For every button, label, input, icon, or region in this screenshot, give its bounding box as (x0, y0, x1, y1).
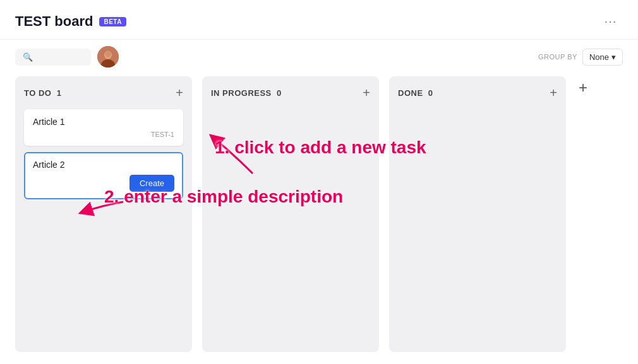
toolbar: 🔍 GROUP BY None ▾ (0, 40, 638, 76)
column-title-done: DONE 0 (398, 88, 433, 98)
group-by-select[interactable]: None ▾ (582, 49, 623, 66)
column-todo: TO DO 1 + Article 1 TEST-1 Create (15, 76, 192, 352)
header-left: TEST board BETA (15, 13, 126, 30)
column-in-progress: IN PROGRESS 0 + (202, 76, 379, 352)
create-button[interactable]: Create (129, 175, 174, 192)
group-by-value: None (589, 52, 609, 62)
toolbar-left: 🔍 (15, 46, 119, 68)
board-title: TEST board (15, 13, 93, 30)
card-title: Article 1 (33, 117, 174, 127)
avatar[interactable] (97, 46, 119, 68)
table-row[interactable]: Article 1 TEST-1 (24, 109, 183, 146)
header: TEST board BETA ⋯ (0, 0, 638, 40)
more-options-button[interactable]: ⋯ (599, 11, 623, 32)
chevron-down-icon: ▾ (611, 52, 616, 62)
svg-point-3 (105, 51, 111, 57)
card-id: TEST-1 (33, 131, 174, 138)
add-column-button[interactable]: + (579, 76, 587, 352)
add-task-button-done[interactable]: + (550, 86, 557, 99)
add-task-button-todo[interactable]: + (176, 86, 183, 99)
beta-badge: BETA (99, 17, 126, 26)
add-task-button-in-progress[interactable]: + (363, 86, 370, 99)
new-task-footer: Create (33, 175, 174, 192)
column-header-in-progress: IN PROGRESS 0 + (211, 86, 370, 99)
column-title-in-progress: IN PROGRESS 0 (211, 88, 282, 98)
header-right: ⋯ (599, 11, 623, 32)
column-header-todo: TO DO 1 + (24, 86, 183, 99)
search-icon: 🔍 (23, 52, 33, 62)
toolbar-right: GROUP BY None ▾ (538, 49, 623, 66)
column-title-todo: TO DO 1 (24, 88, 61, 98)
new-task-form: Create (24, 152, 183, 199)
board: TO DO 1 + Article 1 TEST-1 Create IN PRO… (0, 76, 638, 352)
column-done: DONE 0 + (389, 76, 566, 352)
new-task-input[interactable] (33, 160, 174, 170)
search-box[interactable]: 🔍 (15, 49, 91, 66)
group-by-label: GROUP BY (538, 53, 577, 61)
column-header-done: DONE 0 + (398, 86, 557, 99)
avatar-svg (97, 46, 119, 68)
